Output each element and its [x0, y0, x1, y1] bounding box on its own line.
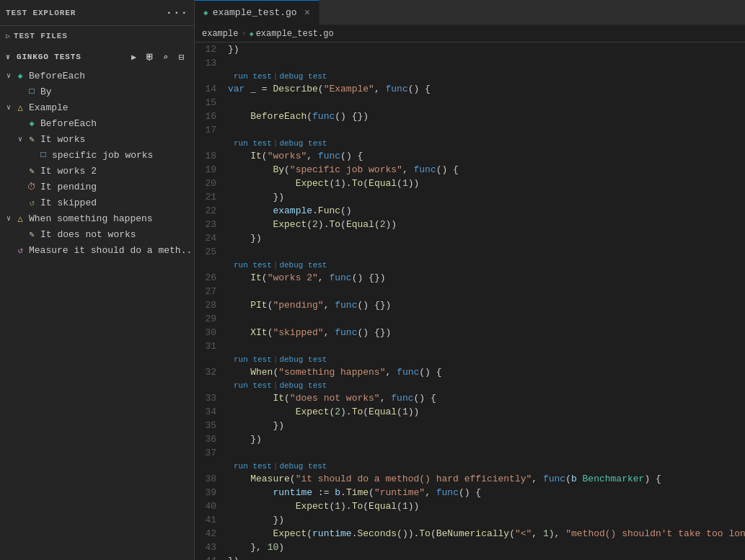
sidebar: TEST EXPLORER ··· ▷ TEST FILES ∨ GINKGO … [0, 0, 195, 560]
debug-test-link[interactable]: debug test [279, 462, 327, 471]
line-number: 17 [195, 123, 225, 137]
tree-item-it-skipped[interactable]: ↺ It skipped [0, 195, 194, 210]
line-content [225, 285, 745, 298]
tree-item-it-works-2[interactable]: ✎ It works 2 [0, 163, 194, 179]
line-content: Expect(2).To(Equal(2)) [225, 218, 745, 231]
line-number: 20 [195, 177, 225, 190]
line-number: 28 [195, 298, 225, 312]
measure-icon: ↺ [14, 245, 26, 256]
run-test-link[interactable]: run test [234, 381, 272, 390]
line-number: 41 [195, 513, 225, 527]
tree-item-it-pending[interactable]: ⏱ It pending [0, 179, 194, 195]
tree-item-by[interactable]: □ By [0, 84, 194, 99]
tree-item-it-works[interactable]: ∨ ✎ It works [0, 131, 194, 147]
test-files-label: TEST FILES [14, 32, 68, 40]
line-content: }) [225, 419, 745, 432]
triangle-icon: △ [14, 213, 26, 224]
code-line: 20 Expect(1).To(Equal(1)) [195, 177, 745, 190]
run-test-link[interactable]: run test [234, 72, 272, 81]
line-number: 42 [195, 527, 225, 541]
debug-test-link[interactable]: debug test [279, 72, 327, 81]
tree-item-specific-job-works[interactable]: □ specific job works [0, 147, 194, 163]
separator: | [272, 72, 280, 81]
line-content: It("works", func() { [225, 149, 745, 163]
line-number: 18 [195, 149, 225, 163]
search-icon[interactable]: ⌕ [159, 50, 172, 63]
test-explorer-header: TEST EXPLORER ··· [0, 0, 194, 26]
tree-item-beforeeach-example[interactable]: ◈ BeforeEach [0, 115, 194, 131]
ginkgo-tests-header: ∨ GINKGO TESTS ▶ ⛨ ⌕ ⊟ [0, 46, 194, 68]
code-line: 36 }) [195, 432, 745, 446]
skip-icon: ↺ [26, 197, 38, 208]
tree-item-label: It works [40, 134, 85, 145]
code-line: 18 It("works", func() { [195, 149, 745, 163]
layout-icon[interactable]: ⊟ [175, 50, 188, 63]
code-line: 30 XIt("skipped", func() {}) [195, 326, 745, 339]
tree-item-it-does-not-works[interactable]: ✎ It does not works [0, 226, 194, 242]
code-line: 17 [195, 123, 745, 137]
clock-icon: ⏱ [26, 182, 38, 192]
line-number: 44 [195, 554, 225, 560]
line-content: Expect(runtime.Seconds()).To(BeNumerical… [225, 527, 745, 541]
run-test-link[interactable]: run test [234, 462, 272, 471]
tree-item-when-something[interactable]: ∨ △ When something happens [0, 210, 194, 226]
code-line: 35 }) [195, 419, 745, 432]
line-number: 40 [195, 499, 225, 513]
line-content: Measure("it should do a method() hard ef… [225, 472, 745, 486]
test-explorer-menu[interactable]: ··· [166, 6, 188, 19]
line-content: Expect(1).To(Equal(1)) [225, 499, 745, 513]
tree-item-example[interactable]: ∨ △ Example [0, 99, 194, 115]
line-content: When("something happens", func() { [225, 365, 745, 379]
square-icon: □ [38, 150, 49, 160]
line-number: 39 [195, 486, 225, 499]
tab-close-button[interactable]: × [304, 7, 310, 19]
line-number: 12 [195, 43, 225, 56]
run-test-link[interactable]: run test [234, 261, 272, 270]
chevron-icon: ∨ [3, 103, 14, 112]
shield-icon[interactable]: ⛨ [144, 50, 157, 63]
debug-test-link[interactable]: debug test [279, 355, 327, 364]
run-test-link[interactable]: run test [234, 139, 272, 148]
line-number: 25 [195, 245, 225, 259]
tab-example-test[interactable]: ◈ example_test.go × [195, 0, 319, 25]
line-number: 38 [195, 472, 225, 486]
chevron-icon: ∨ [14, 135, 26, 143]
code-line: 19 By("specific job works", func() { [195, 163, 745, 177]
separator: | [272, 261, 280, 270]
line-number: 24 [195, 231, 225, 245]
test-explorer-title: TEST EXPLORER [6, 9, 76, 17]
code-line: 28 PIt("pending", func() {}) [195, 298, 745, 312]
line-content: BeforeEach(func() {}) [225, 110, 745, 123]
test-files-section[interactable]: ▷ TEST FILES [0, 26, 194, 46]
editor-area[interactable]: 12})13 run test | debug test14var _ = De… [195, 43, 745, 560]
tree-item-beforeeach-root[interactable]: ∨ ◈ BeforeEach [0, 68, 194, 84]
tree-item-measure[interactable]: ↺ Measure it should do a meth... [0, 242, 194, 258]
code-line: 34 Expect(2).To(Equal(1)) [195, 405, 745, 419]
debug-test-link[interactable]: debug test [279, 139, 327, 148]
wrench-icon: ✎ [26, 229, 38, 240]
run-test-bar: run test | debug test [195, 137, 745, 149]
tree-item-label: Measure it should do a meth... [29, 245, 194, 256]
code-line: 32 When("something happens", func() { [195, 365, 745, 379]
line-number: 35 [195, 419, 225, 432]
line-content: It("works 2", func() {}) [225, 271, 745, 285]
code-line: 29 [195, 312, 745, 326]
code-line: 26 It("works 2", func() {}) [195, 271, 745, 285]
code-line: 41 }) [195, 513, 745, 527]
line-number: 36 [195, 432, 225, 446]
tree-item-label: Example [29, 102, 69, 113]
debug-test-link[interactable]: debug test [279, 261, 327, 270]
debug-test-link[interactable]: debug test [279, 381, 327, 390]
run-all-button[interactable]: ▶ [128, 50, 141, 63]
tree-item-label: It pending [40, 182, 97, 192]
line-content [225, 245, 745, 259]
run-test-bar: run test | debug test [195, 70, 745, 82]
code-line: 38 Measure("it should do a method() hard… [195, 472, 745, 486]
code-line: 33 It("does not works", func() { [195, 391, 745, 405]
tree-item-label: BeforeEach [40, 118, 97, 129]
wrench-icon: ✎ [26, 166, 38, 177]
breadcrumb: example › ◈ example_test.go [195, 25, 745, 43]
code-line: 27 [195, 285, 745, 298]
run-test-link[interactable]: run test [234, 355, 272, 364]
tab-label: example_test.go [213, 7, 297, 18]
